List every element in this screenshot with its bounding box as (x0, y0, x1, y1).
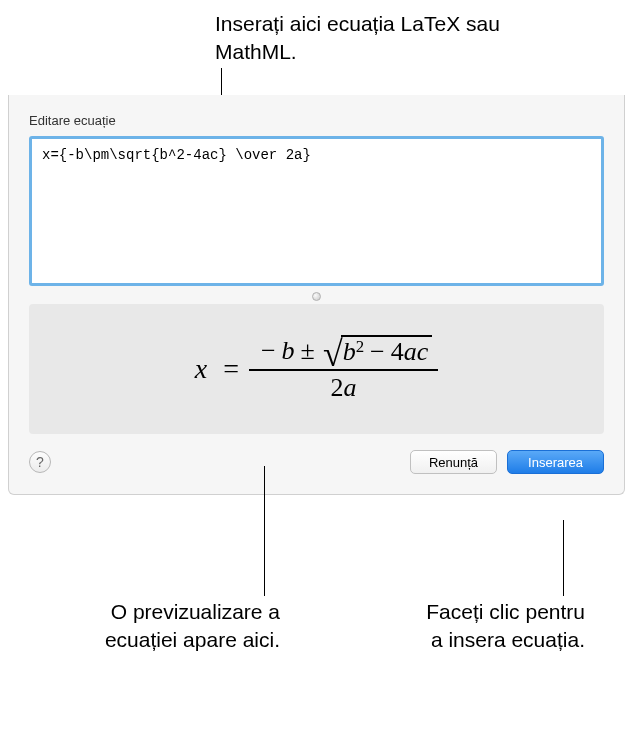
callout-insert-text: Faceți clic pentru a insera ecuația. (410, 598, 585, 655)
equation-preview: x = − b ± √ b 2 − 4 a c (29, 304, 604, 434)
sqrt-body: b 2 − 4 a c (341, 335, 433, 367)
preview-fraction: − b ± √ b 2 − 4 a c (249, 333, 438, 405)
preview-denominator: 2 a (325, 371, 363, 405)
dialog-footer: ? Renunță Inserarea (29, 450, 604, 474)
equation-input[interactable] (29, 136, 604, 286)
cancel-button[interactable]: Renunță (410, 450, 497, 474)
resize-handle[interactable] (29, 290, 604, 302)
callout-preview-text: O previzualizare a ecuației apare aici. (80, 598, 280, 655)
resize-grip-icon (312, 292, 321, 301)
sqrt-c: c (417, 337, 429, 367)
equation-editor-dialog: Editare ecuație x = − b ± √ b 2 − (8, 95, 625, 495)
sqrt-four: 4 (391, 337, 404, 367)
dialog-title: Editare ecuație (29, 113, 604, 128)
preview-numerator: − b ± √ b 2 − 4 a c (249, 333, 438, 369)
var-b: b (282, 336, 295, 366)
rendered-equation: x = − b ± √ b 2 − 4 a c (195, 333, 439, 405)
den-a: a (344, 373, 357, 403)
den-two: 2 (331, 373, 344, 403)
help-icon: ? (36, 454, 44, 470)
sqrt-minus: − (370, 337, 385, 367)
plus-minus-sign: ± (301, 336, 315, 366)
preview-equals: = (223, 353, 239, 385)
sqrt-b: b (343, 337, 356, 367)
help-button[interactable]: ? (29, 451, 51, 473)
insert-button[interactable]: Inserarea (507, 450, 604, 474)
callout-insert-line (563, 520, 564, 596)
callout-preview-line (264, 466, 265, 596)
sqrt-a: a (404, 337, 417, 367)
minus-sign: − (261, 336, 276, 366)
callout-input-text: Inserați aici ecuația LaTeX sau MathML. (215, 10, 555, 67)
preview-lhs: x (195, 353, 207, 385)
sqrt-exp: 2 (356, 337, 364, 357)
sqrt-expression: √ b 2 − 4 a c (323, 335, 432, 367)
